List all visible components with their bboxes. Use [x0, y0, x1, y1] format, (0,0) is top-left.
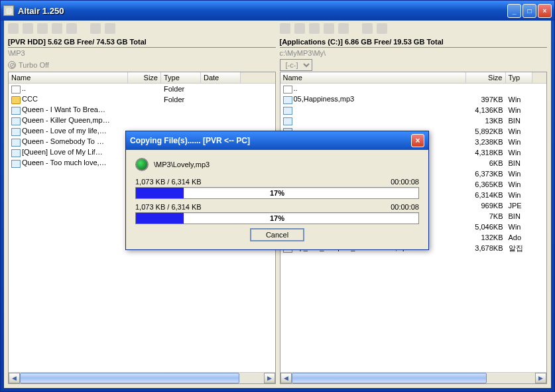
list-item[interactable]: Queen - Killer Queen,mp…	[9, 115, 275, 126]
right-toolbar	[280, 21, 548, 36]
music-icon	[11, 149, 21, 157]
scroll-track[interactable]	[20, 373, 264, 383]
cell-size: 6,373KB	[466, 170, 506, 178]
dialog-titlebar[interactable]: Copying File(s)...... [PVR <-- PC] ×	[126, 131, 428, 150]
left-header: [PVR HDD] 5.62 GB Free/ 74.53 GB Total	[8, 36, 276, 48]
scroll-thumb[interactable]	[20, 373, 239, 383]
cell-size: 4,136KB	[466, 106, 506, 114]
left-list-header: Name Size Type Date	[9, 72, 275, 84]
turbo-row[interactable]: ⊘ Turbo Off	[8, 58, 276, 72]
list-icon[interactable]	[37, 23, 48, 34]
right-list-header: Name Size Typ	[280, 72, 547, 84]
col-size[interactable]: Size	[128, 72, 161, 83]
cell-type: BIN	[506, 159, 532, 167]
delete-icon[interactable]	[362, 23, 373, 34]
scroll-right-button[interactable]: ▶	[264, 373, 275, 383]
left-path: \MP3	[8, 49, 25, 57]
cell-size: 6,365KB	[466, 180, 506, 188]
progress1-info: 1,073 KB / 6,314 KB 00:00:08	[135, 178, 419, 186]
left-path-row: \MP3	[8, 48, 276, 58]
close-button[interactable]: ×	[538, 4, 552, 18]
list-item[interactable]: Queen - I Want To Brea…	[9, 105, 275, 115]
col-name[interactable]: Name	[280, 72, 466, 83]
right-path: c:\MyMP3\My\	[280, 49, 326, 57]
progress2-fill	[136, 213, 184, 224]
cell-size: 3,238KB	[466, 138, 506, 146]
cell-size: 5,892KB	[466, 127, 506, 135]
copying-filename: \MP3\Lovely,mp3	[154, 161, 210, 168]
scroll-right-button[interactable]: ▶	[535, 373, 546, 383]
cell-type: Win	[506, 170, 532, 178]
file-icon[interactable]	[294, 23, 305, 34]
copy-dialog: Copying File(s)...... [PVR <-- PC] × \MP…	[125, 131, 429, 250]
cell-type: Win	[506, 180, 532, 188]
cell-size: 397KB	[466, 96, 506, 103]
right-scrollbar: ◀ ▶	[280, 372, 547, 383]
scroll-left-button[interactable]: ◀	[9, 373, 20, 383]
cell-type: Win	[506, 127, 532, 135]
turbo-icon: ⊘	[8, 61, 16, 69]
scroll-thumb[interactable]	[292, 373, 487, 383]
list-item[interactable]: 05,Happiness,mp3397KBWin	[280, 94, 547, 105]
grid-icon[interactable]	[66, 23, 77, 34]
cell-name	[280, 105, 466, 114]
list-item[interactable]: 13KBBIN	[280, 115, 547, 126]
folder-icon	[11, 96, 21, 104]
progress2-bar: 17%	[135, 212, 419, 224]
grid-icon[interactable]	[338, 23, 349, 34]
cell-type: JPE	[506, 202, 532, 210]
list-item[interactable]: CCCFolder	[9, 94, 275, 105]
dialog-buttons: Cancel	[135, 228, 419, 241]
delete-icon[interactable]	[90, 23, 101, 34]
folder-icon[interactable]	[280, 23, 290, 34]
col-date[interactable]: Date	[201, 72, 241, 83]
minimize-button[interactable]: _	[507, 4, 521, 18]
cell-type: Win	[506, 191, 532, 199]
right-drive-row: [-c-]	[280, 58, 548, 72]
scroll-left-button[interactable]: ◀	[280, 373, 292, 383]
cancel-button[interactable]: Cancel	[250, 228, 304, 241]
list-item[interactable]: 4,136KBWin	[280, 105, 547, 115]
dialog-body: \MP3\Lovely,mp3 1,073 KB / 6,314 KB 00:0…	[126, 150, 428, 249]
file-icon[interactable]	[23, 23, 33, 34]
cell-size: 132KB	[466, 233, 506, 241]
music-icon	[11, 160, 21, 168]
cell-type: 알집	[506, 243, 532, 253]
progress2-kb: 1,073 KB / 6,314 KB	[135, 203, 202, 211]
maximize-button[interactable]: □	[523, 4, 536, 18]
col-name[interactable]: Name	[9, 72, 128, 83]
cell-type: BIN	[506, 117, 532, 125]
list-item[interactable]: ..	[280, 84, 547, 94]
dialog-close-button[interactable]: ×	[411, 134, 424, 147]
cell-size: 3,678KB	[466, 244, 506, 252]
tree-icon[interactable]	[52, 23, 62, 34]
cell-name: Queen - Killer Queen,mp…	[9, 116, 128, 125]
newfolder-icon[interactable]	[105, 23, 115, 34]
cell-name: ..	[280, 84, 466, 93]
window-controls: _ □ ×	[507, 4, 552, 18]
progress2-pct: 17%	[270, 213, 284, 224]
scroll-track[interactable]	[292, 373, 536, 383]
cell-type: Win	[506, 106, 532, 114]
up-icon	[11, 86, 21, 94]
newfolder-icon[interactable]	[377, 23, 387, 34]
music-icon	[11, 117, 21, 125]
left-scrollbar: ◀ ▶	[9, 372, 275, 383]
col-type[interactable]: Typ	[506, 72, 532, 83]
cell-name: ..	[9, 84, 128, 93]
progress2-time: 00:00:08	[391, 203, 419, 211]
list-icon[interactable]	[309, 23, 320, 34]
titlebar[interactable]: ⊟ Altair 1.250 _ □ ×	[1, 1, 554, 21]
folder-icon[interactable]	[8, 23, 19, 34]
progress1-fill	[136, 188, 184, 198]
cell-size: 6,314KB	[466, 191, 506, 199]
progress2-info: 1,073 KB / 6,314 KB 00:00:08	[135, 203, 419, 211]
cell-name: [Queen] Love of My Lif…	[9, 148, 128, 157]
list-item[interactable]: ..Folder	[9, 84, 275, 94]
music-icon	[283, 96, 292, 104]
drive-select[interactable]: [-c-]	[280, 59, 312, 71]
col-size[interactable]: Size	[466, 72, 506, 83]
tree-icon[interactable]	[324, 23, 334, 34]
progress1-pct: 17%	[270, 188, 284, 198]
col-type[interactable]: Type	[161, 72, 201, 83]
